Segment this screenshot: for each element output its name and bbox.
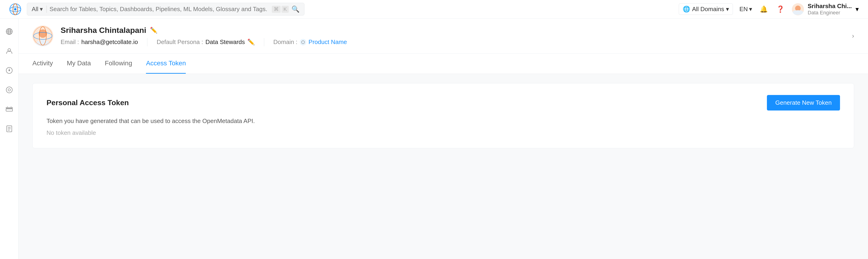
persona-value: Data Stewards xyxy=(206,38,245,46)
search-filter-dropdown[interactable]: All ▾ xyxy=(32,5,47,13)
tab-mydata[interactable]: My Data xyxy=(67,54,91,74)
email-value: harsha@getcollate.io xyxy=(81,38,138,46)
token-content-panel: Personal Access Token Generate New Token… xyxy=(32,83,854,148)
no-token-message: No token available xyxy=(46,129,840,137)
tabs-bar: Activity My Data Following Access Token xyxy=(19,54,868,74)
sidebar-item-globe[interactable] xyxy=(3,26,15,37)
tab-following[interactable]: Following xyxy=(105,54,132,74)
token-title: Personal Access Token xyxy=(46,98,129,107)
persona-label: Default Persona : xyxy=(157,38,203,46)
sidebar-item-docs[interactable] xyxy=(3,123,15,135)
kbd-cmd: ⌘ xyxy=(272,6,281,13)
sidebar-item-settings[interactable] xyxy=(3,103,15,115)
generate-token-button[interactable]: Generate New Token xyxy=(767,95,840,111)
domain-label: Domain : xyxy=(274,38,298,46)
profile-expand-icon[interactable]: › xyxy=(852,32,854,39)
user-text: Sriharsha Chi... Data Engineer xyxy=(808,3,852,16)
svg-rect-19 xyxy=(6,109,12,111)
profile-email: Email : harsha@getcollate.io xyxy=(61,38,138,46)
lang-chevron-icon: ▾ xyxy=(749,5,752,13)
domains-label: All Domains xyxy=(692,5,724,13)
token-header: Personal Access Token Generate New Token xyxy=(46,95,840,111)
search-input[interactable] xyxy=(50,5,269,13)
svg-rect-18 xyxy=(6,108,12,108)
kbd-k: K xyxy=(282,6,289,13)
domains-chevron-icon: ▾ xyxy=(726,5,729,13)
sidebar-item-discover[interactable] xyxy=(3,64,15,77)
svg-point-16 xyxy=(6,87,12,93)
app-logo[interactable] xyxy=(9,3,21,15)
tab-activity[interactable]: Activity xyxy=(32,54,53,74)
profile-meta: Email : harsha@getcollate.io Default Per… xyxy=(61,38,347,46)
sidebar-item-governance[interactable] xyxy=(3,84,15,96)
lang-label: EN xyxy=(739,5,748,13)
svg-point-15 xyxy=(9,70,10,71)
profile-display-name: Sriharsha Chintalapani xyxy=(61,26,146,35)
top-navigation: All ▾ ⌘ K 🔍 🌐 All Domains ▾ EN ▾ 🔔 ❓ xyxy=(0,0,868,19)
notifications-button[interactable]: 🔔 xyxy=(758,4,769,15)
profile-info: Sriharsha Chintalapani ✏️ Email : harsha… xyxy=(61,26,347,46)
email-label: Email : xyxy=(61,38,79,46)
filter-chevron-icon: ▾ xyxy=(40,5,43,13)
user-role-label: Data Engineer xyxy=(808,10,852,16)
profile-edit-icon[interactable]: ✏️ xyxy=(150,27,157,34)
search-bar[interactable]: All ▾ ⌘ K 🔍 xyxy=(27,3,305,16)
user-menu[interactable]: Sriharsha Chi... Data Engineer ▾ xyxy=(792,3,859,16)
filter-label: All xyxy=(32,5,38,13)
user-avatar xyxy=(792,3,804,15)
left-sidebar xyxy=(0,19,19,259)
profile-domain: Domain : ⬡ Product Name xyxy=(274,38,347,46)
help-button[interactable]: ❓ xyxy=(775,4,785,15)
svg-point-3 xyxy=(14,8,17,10)
tab-accesstoken[interactable]: Access Token xyxy=(146,54,186,74)
persona-edit-icon[interactable]: ✏️ xyxy=(247,38,255,46)
user-menu-chevron-icon: ▾ xyxy=(856,5,859,13)
nav-right-section: 🌐 All Domains ▾ EN ▾ 🔔 ❓ Sriharsha Chi..… xyxy=(679,3,859,16)
svg-point-6 xyxy=(792,10,803,15)
domains-dropdown[interactable]: 🌐 All Domains ▾ xyxy=(679,3,733,15)
sidebar-item-profile[interactable] xyxy=(3,45,15,57)
main-content: Sriharsha Chintalapani ✏️ Email : harsha… xyxy=(19,19,868,259)
svg-point-17 xyxy=(8,89,10,91)
profile-persona: Default Persona : Data Stewards ✏️ xyxy=(157,38,254,46)
search-submit-icon[interactable]: 🔍 xyxy=(291,5,300,13)
language-dropdown[interactable]: EN ▾ xyxy=(739,5,752,13)
search-keyboard-shortcut: ⌘ K xyxy=(272,6,289,13)
domain-icon: ⬡ xyxy=(300,39,306,46)
domains-globe-icon: 🌐 xyxy=(683,5,690,13)
user-display-name: Sriharsha Chi... xyxy=(808,3,852,10)
domain-value[interactable]: Product Name xyxy=(309,38,347,46)
token-description: Token you have generated that can be use… xyxy=(46,117,840,125)
profile-avatar xyxy=(32,26,53,46)
profile-header: Sriharsha Chintalapani ✏️ Email : harsha… xyxy=(19,19,868,54)
meta-divider-2 xyxy=(264,38,264,46)
profile-name-section: Sriharsha Chintalapani ✏️ xyxy=(61,26,347,35)
